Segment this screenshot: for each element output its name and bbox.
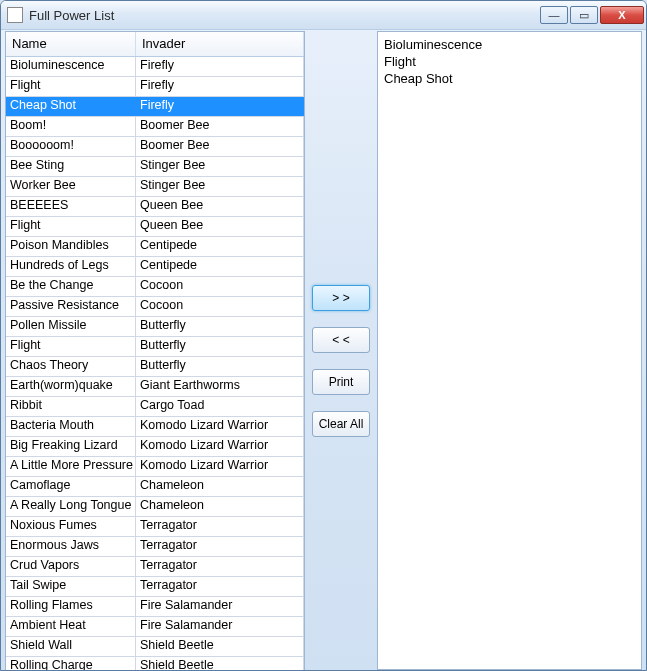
- cell-invader: Centipede: [136, 257, 304, 276]
- table-row[interactable]: Shield WallShield Beetle: [6, 637, 304, 657]
- table-row[interactable]: FlightFirefly: [6, 77, 304, 97]
- table-row[interactable]: Bee StingStinger Bee: [6, 157, 304, 177]
- cell-invader: Butterfly: [136, 317, 304, 336]
- cell-invader: Boomer Bee: [136, 137, 304, 156]
- table-row[interactable]: Poison MandiblesCentipede: [6, 237, 304, 257]
- table-row[interactable]: Worker BeeStinger Bee: [6, 177, 304, 197]
- table-row[interactable]: Rolling ChargeShield Beetle: [6, 657, 304, 671]
- cell-invader: Fire Salamander: [136, 597, 304, 616]
- table-row[interactable]: Big Freaking LizardKomodo Lizard Warrior: [6, 437, 304, 457]
- cell-name: Flight: [6, 217, 136, 236]
- cell-name: Ambient Heat: [6, 617, 136, 636]
- cell-invader: Centipede: [136, 237, 304, 256]
- cell-name: Worker Bee: [6, 177, 136, 196]
- minimize-button[interactable]: —: [540, 6, 568, 24]
- table-row[interactable]: Pollen MissileButterfly: [6, 317, 304, 337]
- cell-invader: Queen Bee: [136, 197, 304, 216]
- cell-name: Tail Swipe: [6, 577, 136, 596]
- list-item[interactable]: Cheap Shot: [384, 70, 635, 87]
- cell-name: BEEEEES: [6, 197, 136, 216]
- cell-invader: Komodo Lizard Warrior: [136, 437, 304, 456]
- cell-invader: Komodo Lizard Warrior: [136, 417, 304, 436]
- table-row[interactable]: Bacteria MouthKomodo Lizard Warrior: [6, 417, 304, 437]
- column-header-name[interactable]: Name: [6, 32, 136, 56]
- cell-name: Cheap Shot: [6, 97, 136, 116]
- table-row[interactable]: A Really Long TongueChameleon: [6, 497, 304, 517]
- cell-name: Crud Vapors: [6, 557, 136, 576]
- cell-name: Bee Sting: [6, 157, 136, 176]
- table-row[interactable]: BEEEEESQueen Bee: [6, 197, 304, 217]
- table-row[interactable]: Be the ChangeCocoon: [6, 277, 304, 297]
- table-row[interactable]: Noxious FumesTerragator: [6, 517, 304, 537]
- table-row[interactable]: Tail SwipeTerragator: [6, 577, 304, 597]
- list-item[interactable]: Flight: [384, 53, 635, 70]
- table-row[interactable]: Cheap ShotFirefly: [6, 97, 304, 117]
- cell-name: Poison Mandibles: [6, 237, 136, 256]
- app-window: Full Power List — ▭ X Name Invader Biolu…: [0, 0, 647, 671]
- cell-name: Noxious Fumes: [6, 517, 136, 536]
- close-button[interactable]: X: [600, 6, 644, 24]
- cell-name: Boom!: [6, 117, 136, 136]
- cell-name: A Really Long Tongue: [6, 497, 136, 516]
- table-row[interactable]: Boom!Boomer Bee: [6, 117, 304, 137]
- print-button[interactable]: Print: [312, 369, 370, 395]
- table-row[interactable]: A Little More PressureKomodo Lizard Warr…: [6, 457, 304, 477]
- table-row[interactable]: BioluminescenceFirefly: [6, 57, 304, 77]
- table-body[interactable]: BioluminescenceFireflyFlightFireflyCheap…: [6, 57, 304, 671]
- cell-invader: Terragator: [136, 537, 304, 556]
- cell-name: Rolling Charge: [6, 657, 136, 671]
- column-header-invader[interactable]: Invader: [136, 32, 304, 56]
- window-title: Full Power List: [29, 8, 540, 23]
- table-row[interactable]: Enormous JawsTerragator: [6, 537, 304, 557]
- cell-invader: Komodo Lizard Warrior: [136, 457, 304, 476]
- cell-name: Flight: [6, 337, 136, 356]
- cell-name: Camoflage: [6, 477, 136, 496]
- cell-invader: Cargo Toad: [136, 397, 304, 416]
- cell-invader: Chameleon: [136, 477, 304, 496]
- cell-invader: Giant Earthworms: [136, 377, 304, 396]
- table-header: Name Invader: [6, 32, 304, 57]
- cell-invader: Cocoon: [136, 277, 304, 296]
- table-row[interactable]: Earth(worm)quakeGiant Earthworms: [6, 377, 304, 397]
- titlebar[interactable]: Full Power List — ▭ X: [1, 1, 646, 30]
- table-row[interactable]: Passive ResistanceCocoon: [6, 297, 304, 317]
- cell-invader: Cocoon: [136, 297, 304, 316]
- list-item[interactable]: Bioluminescence: [384, 36, 635, 53]
- selected-list[interactable]: BioluminescenceFlightCheap Shot: [377, 31, 642, 670]
- cell-name: Enormous Jaws: [6, 537, 136, 556]
- clear-all-button[interactable]: Clear All: [312, 411, 370, 437]
- powers-table: Name Invader BioluminescenceFireflyFligh…: [5, 31, 305, 671]
- cell-name: Be the Change: [6, 277, 136, 296]
- table-row[interactable]: Boooooom!Boomer Bee: [6, 137, 304, 157]
- table-row[interactable]: Rolling FlamesFire Salamander: [6, 597, 304, 617]
- table-row[interactable]: FlightQueen Bee: [6, 217, 304, 237]
- cell-name: Shield Wall: [6, 637, 136, 656]
- add-button[interactable]: > >: [312, 285, 370, 311]
- cell-invader: Terragator: [136, 557, 304, 576]
- maximize-button[interactable]: ▭: [570, 6, 598, 24]
- cell-invader: Terragator: [136, 517, 304, 536]
- cell-invader: Butterfly: [136, 337, 304, 356]
- table-row[interactable]: RibbitCargo Toad: [6, 397, 304, 417]
- table-row[interactable]: Chaos TheoryButterfly: [6, 357, 304, 377]
- selected-pane: BioluminescenceFlightCheap Shot: [377, 31, 642, 670]
- cell-name: Chaos Theory: [6, 357, 136, 376]
- table-row[interactable]: Crud VaporsTerragator: [6, 557, 304, 577]
- cell-invader: Shield Beetle: [136, 657, 304, 671]
- transfer-buttons: > > < < Print Clear All: [305, 29, 377, 670]
- table-row[interactable]: Ambient HeatFire Salamander: [6, 617, 304, 637]
- cell-invader: Firefly: [136, 77, 304, 96]
- cell-name: Passive Resistance: [6, 297, 136, 316]
- cell-name: Bacteria Mouth: [6, 417, 136, 436]
- cell-name: Big Freaking Lizard: [6, 437, 136, 456]
- table-row[interactable]: CamoflageChameleon: [6, 477, 304, 497]
- table-row[interactable]: Hundreds of LegsCentipede: [6, 257, 304, 277]
- remove-button[interactable]: < <: [312, 327, 370, 353]
- table-row[interactable]: FlightButterfly: [6, 337, 304, 357]
- cell-name: Earth(worm)quake: [6, 377, 136, 396]
- cell-name: Flight: [6, 77, 136, 96]
- cell-invader: Terragator: [136, 577, 304, 596]
- cell-invader: Firefly: [136, 97, 304, 116]
- client-area: Name Invader BioluminescenceFireflyFligh…: [1, 29, 646, 670]
- cell-name: A Little More Pressure: [6, 457, 136, 476]
